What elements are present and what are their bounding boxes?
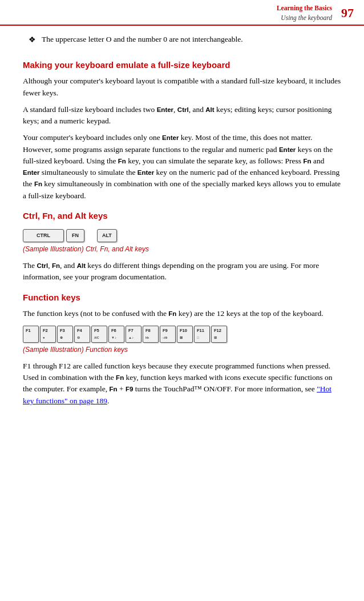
f1-key: F1 — [23, 326, 39, 343]
section3-para1: The function keys (not to be confused wi… — [23, 308, 341, 319]
f8-key: F8hh — [143, 326, 159, 343]
function-keys-caption: (Sample Illustration) Function keys — [23, 345, 341, 355]
section1-para1: Although your computer's keyboard layout… — [23, 75, 341, 99]
bullet-diamond-icon: ❖ — [29, 34, 36, 50]
f9-key: F9□/⑨ — [160, 326, 176, 343]
bullet-text: The uppercase letter O and the number 0 … — [42, 34, 243, 45]
alt-key: ALT — [97, 229, 117, 242]
section2-para: The Ctrl, Fn, and Alt keys do different … — [23, 260, 341, 283]
f10-key: F10⊠ — [177, 326, 193, 343]
f5-key: F5A/C — [91, 326, 107, 343]
header: Learning the Basics Using the keyboard 9… — [0, 0, 364, 26]
section-emulate-heading: Making your keyboard emulate a full-size… — [23, 59, 341, 71]
header-top: Learning the Basics — [277, 3, 332, 13]
hot-key-link[interactable]: "Hot key functions" on page 189 — [23, 384, 331, 404]
section1-para2: A standard full-size keyboard includes t… — [23, 104, 341, 127]
bullet-item: ❖ The uppercase letter O and the number … — [23, 34, 341, 50]
f4-key: F4⊖ — [74, 326, 90, 343]
ctrl-fn-alt-caption: (Sample Illustration) Ctrl, Fn, and Alt … — [23, 245, 341, 254]
ctrl-fn-alt-illustration: CTRL FN ALT — [23, 229, 341, 242]
page-number: 97 — [341, 7, 354, 19]
header-bottom: Using the keyboard — [277, 13, 332, 23]
f7-key: F7▲♪ — [126, 326, 141, 343]
f3-key: F3⊕ — [57, 326, 73, 343]
ctrl-key: CTRL — [23, 229, 64, 242]
f6-key: F6▼♪ — [108, 326, 124, 343]
f11-key: F11□ — [194, 326, 210, 343]
section1-para3: Your computer's keyboard includes only o… — [23, 132, 341, 202]
section3-para2: F1 through F12 are called function keys … — [23, 360, 341, 407]
f2-key: F2● — [40, 326, 56, 343]
section-ctrl-fn-alt-heading: Ctrl, Fn, and Alt keys — [23, 210, 341, 222]
fn-key-button: FN — [66, 229, 84, 242]
function-keys-illustration: F1 F2● F3⊕ F4⊖ F5A/C F6▼♪ F7▲♪ F8hh F9□/… — [23, 326, 341, 343]
section-function-keys-heading: Function keys — [23, 291, 341, 304]
f12-key: F12⊞ — [211, 326, 227, 343]
